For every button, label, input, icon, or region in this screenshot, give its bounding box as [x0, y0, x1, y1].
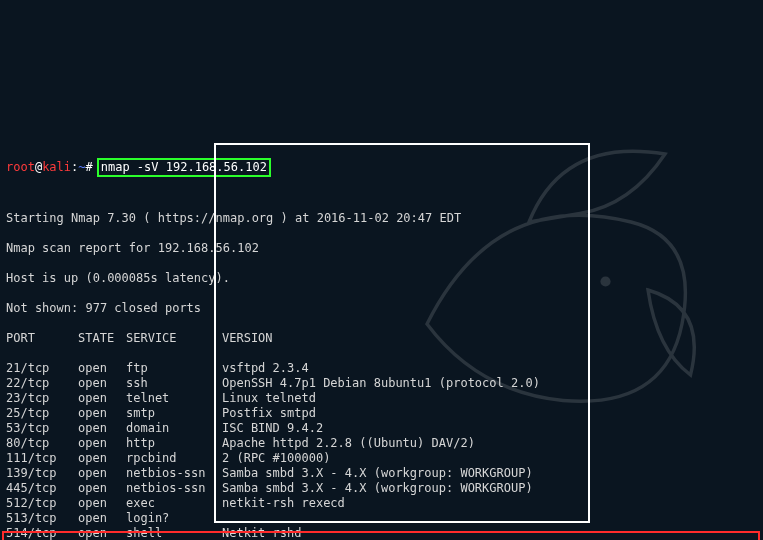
- table-row: 514/tcpopenshellNetkit rshd: [6, 526, 757, 540]
- version-cell: vsftpd 2.3.4: [222, 361, 309, 376]
- state-cell: open: [78, 451, 126, 466]
- table-row: 139/tcpopennetbios-ssnSamba smbd 3.X - 4…: [6, 466, 757, 481]
- state-cell: open: [78, 391, 126, 406]
- state-cell: open: [78, 511, 126, 526]
- table-row: 512/tcpopenexecnetkit-rsh rexecd: [6, 496, 757, 511]
- version-cell: netkit-rsh rexecd: [222, 496, 345, 511]
- table-row: 513/tcpopenlogin?: [6, 511, 757, 526]
- service-cell: ftp: [126, 361, 222, 376]
- state-cell: open: [78, 406, 126, 421]
- version-cell: Samba smbd 3.X - 4.X (workgroup: WORKGRO…: [222, 481, 533, 496]
- prompt-user: root: [6, 160, 35, 174]
- port-cell: 512/tcp: [6, 496, 78, 511]
- nmap-report-line: Nmap scan report for 192.168.56.102: [6, 241, 757, 256]
- service-cell: netbios-ssn: [126, 466, 222, 481]
- port-cell: 22/tcp: [6, 376, 78, 391]
- port-cell: 139/tcp: [6, 466, 78, 481]
- state-cell: open: [78, 421, 126, 436]
- command-input[interactable]: nmap -sV 192.168.56.102: [97, 158, 271, 177]
- port-cell: 21/tcp: [6, 361, 78, 376]
- version-cell: 2 (RPC #100000): [222, 451, 330, 466]
- port-cell: 25/tcp: [6, 406, 78, 421]
- prompt-host: kali: [42, 160, 71, 174]
- service-cell: login?: [126, 511, 222, 526]
- table-row: 111/tcpopenrpcbind2 (RPC #100000): [6, 451, 757, 466]
- table-row: 445/tcpopennetbios-ssnSamba smbd 3.X - 4…: [6, 481, 757, 496]
- terminal-output: root@kali:~#nmap -sV 192.168.56.102 Star…: [6, 143, 757, 540]
- port-cell: 53/tcp: [6, 421, 78, 436]
- table-row: 53/tcpopendomainISC BIND 9.4.2: [6, 421, 757, 436]
- version-cell: OpenSSH 4.7p1 Debian 8ubuntu1 (protocol …: [222, 376, 540, 391]
- port-cell: 80/tcp: [6, 436, 78, 451]
- service-cell: shell: [126, 526, 222, 540]
- state-cell: open: [78, 466, 126, 481]
- version-cell: Netkit rshd: [222, 526, 301, 540]
- nmap-start-line: Starting Nmap 7.30 ( https://nmap.org ) …: [6, 211, 757, 226]
- port-cell: 445/tcp: [6, 481, 78, 496]
- state-cell: open: [78, 481, 126, 496]
- state-cell: open: [78, 526, 126, 540]
- prompt-line: root@kali:~#nmap -sV 192.168.56.102: [6, 158, 757, 177]
- state-cell: open: [78, 376, 126, 391]
- service-cell: telnet: [126, 391, 222, 406]
- port-cell: 111/tcp: [6, 451, 78, 466]
- service-cell: rpcbind: [126, 451, 222, 466]
- service-cell: exec: [126, 496, 222, 511]
- version-cell: Postfix smtpd: [222, 406, 316, 421]
- port-cell: 513/tcp: [6, 511, 78, 526]
- state-cell: open: [78, 361, 126, 376]
- table-row: 21/tcpopenftpvsftpd 2.3.4: [6, 361, 757, 376]
- service-cell: netbios-ssn: [126, 481, 222, 496]
- state-cell: open: [78, 496, 126, 511]
- host-up-line: Host is up (0.000085s latency).: [6, 271, 757, 286]
- table-row: 22/tcpopensshOpenSSH 4.7p1 Debian 8ubunt…: [6, 376, 757, 391]
- version-cell: Samba smbd 3.X - 4.X (workgroup: WORKGRO…: [222, 466, 533, 481]
- table-row: 25/tcpopensmtpPostfix smtpd: [6, 406, 757, 421]
- port-cell: 23/tcp: [6, 391, 78, 406]
- service-cell: http: [126, 436, 222, 451]
- service-cell: smtp: [126, 406, 222, 421]
- service-cell: ssh: [126, 376, 222, 391]
- service-cell: domain: [126, 421, 222, 436]
- version-cell: Apache httpd 2.2.8 ((Ubuntu) DAV/2): [222, 436, 475, 451]
- not-shown-line: Not shown: 977 closed ports: [6, 301, 757, 316]
- table-row: 23/tcpopentelnetLinux telnetd: [6, 391, 757, 406]
- table-header: PORTSTATESERVICEVERSION: [6, 331, 757, 346]
- prompt-path: ~: [78, 160, 85, 174]
- port-cell: 514/tcp: [6, 526, 78, 540]
- version-cell: Linux telnetd: [222, 391, 316, 406]
- table-row: 80/tcpopenhttpApache httpd 2.2.8 ((Ubunt…: [6, 436, 757, 451]
- version-cell: ISC BIND 9.4.2: [222, 421, 323, 436]
- state-cell: open: [78, 436, 126, 451]
